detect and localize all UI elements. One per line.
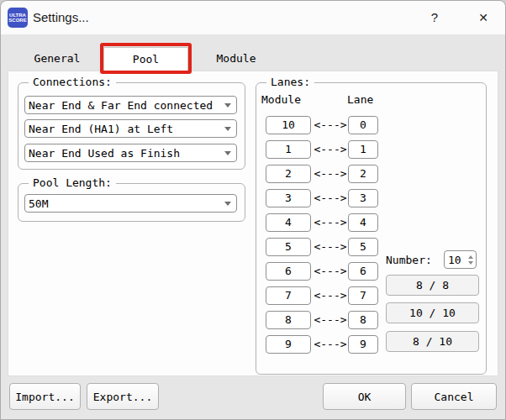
lane-input-row10[interactable]: 9 (348, 335, 378, 354)
pool-length-select[interactable]: 50M (24, 194, 237, 213)
module-input-row5[interactable]: 4 (266, 213, 311, 232)
lane-input-row1[interactable]: 0 (348, 116, 378, 134)
mapping-arrow: <---> (314, 311, 347, 329)
lane-preset-8-8-button[interactable]: 8 / 8 (386, 275, 479, 296)
lane-input-row7[interactable]: 6 (348, 262, 378, 281)
lane-input-row9[interactable]: 8 (348, 311, 378, 329)
lane-preset-8-10-button[interactable]: 8 / 10 (386, 331, 479, 352)
chevron-down-icon (224, 202, 231, 206)
connections-group-title: Connections: (29, 76, 116, 88)
lane-input-row6[interactable]: 5 (348, 238, 378, 256)
module-input-row4[interactable]: 3 (266, 189, 311, 207)
near-end-position-value: Near End (HA1) at Left (29, 123, 173, 135)
module-input-row10[interactable]: 9 (266, 335, 311, 354)
module-input-row1[interactable]: 10 (266, 116, 311, 134)
mapping-arrow: <---> (314, 262, 347, 281)
window-title: Settings... (33, 1, 89, 34)
tab-general[interactable]: General (16, 47, 98, 71)
title-bar: ULTRA SCORE Settings... ? ✕ (1, 1, 506, 34)
spinner-down-icon[interactable] (468, 261, 473, 265)
module-input-row2[interactable]: 1 (266, 140, 311, 159)
near-end-usage-select[interactable]: Near End Used as Finish (24, 144, 237, 162)
module-input-row3[interactable]: 2 (266, 165, 311, 183)
pool-length-group-title: Pool Length: (29, 176, 116, 189)
tab-module[interactable]: Module (194, 47, 278, 71)
tab-pool[interactable]: Pool (103, 47, 188, 71)
lane-input-row3[interactable]: 2 (348, 165, 378, 183)
near-end-position-select[interactable]: Near End (HA1) at Left (24, 119, 237, 138)
mapping-arrow: <---> (314, 286, 347, 305)
lane-input-row4[interactable]: 3 (348, 189, 378, 207)
module-input-row8[interactable]: 7 (266, 286, 311, 305)
mapping-arrow: <---> (314, 189, 347, 207)
chevron-down-icon (224, 103, 231, 108)
mapping-arrow: <---> (314, 238, 347, 256)
lane-input-row2[interactable]: 1 (348, 140, 378, 159)
mapping-arrow: <---> (314, 140, 347, 159)
connection-type-select[interactable]: Near End & Far End connected (24, 96, 237, 114)
spinner-up-icon[interactable] (468, 255, 473, 259)
chevron-down-icon (224, 127, 231, 131)
ok-button[interactable]: OK (323, 383, 406, 410)
mapping-arrow: <---> (314, 335, 347, 354)
lane-input-row8[interactable]: 7 (348, 286, 378, 305)
mapping-arrow: <---> (314, 165, 347, 183)
pool-length-value: 50M (29, 197, 48, 210)
spinner-arrows[interactable] (466, 255, 476, 265)
module-input-row6[interactable]: 5 (266, 238, 311, 256)
near-end-usage-value: Near End Used as Finish (29, 147, 180, 160)
export-button[interactable]: Export... (87, 383, 159, 410)
module-column-header: Module (261, 93, 301, 106)
settings-dialog: ULTRA SCORE Settings... ? ✕ General Pool… (0, 0, 506, 420)
connection-type-value: Near End & Far End connected (29, 99, 213, 112)
cancel-button[interactable]: Cancel (411, 383, 497, 410)
number-label: Number: (386, 254, 432, 266)
mapping-arrow: <---> (314, 213, 347, 232)
number-spinner[interactable]: 10 (444, 250, 477, 269)
number-spinner-value: 10 (445, 254, 466, 266)
close-icon[interactable]: ✕ (470, 5, 497, 30)
ultrascore-app-icon: ULTRA SCORE (8, 8, 28, 28)
app-icon-text-bottom: SCORE (8, 18, 26, 23)
lane-preset-10-10-button[interactable]: 10 / 10 (386, 302, 479, 323)
chevron-down-icon (224, 151, 231, 155)
help-button[interactable]: ? (421, 5, 448, 30)
import-button[interactable]: Import... (9, 383, 81, 410)
module-input-row7[interactable]: 6 (266, 262, 311, 281)
module-input-row9[interactable]: 8 (266, 311, 311, 329)
lanes-group-title: Lanes: (266, 76, 314, 88)
mapping-arrow: <---> (314, 116, 347, 134)
lane-column-header: Lane (347, 93, 373, 106)
lane-input-row5[interactable]: 4 (348, 213, 378, 232)
